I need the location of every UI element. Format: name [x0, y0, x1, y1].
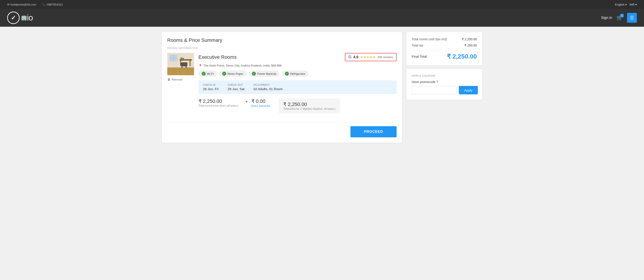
check-icon: ✓	[285, 72, 289, 76]
apply-button[interactable]: Apply	[459, 86, 478, 94]
logo[interactable]: ✓ 🏢 io	[7, 11, 33, 24]
checkout-col: CHECK OUT 29 Jun, Sat	[228, 83, 244, 91]
occupancy-col: OCCUPANCY 02 Adults, 01 Room	[254, 83, 283, 91]
amenity-powerbackup: ✓ Power BackUp	[249, 71, 280, 77]
plus-sign: +	[245, 99, 248, 104]
amenity-newspaper: ✓ News Paper	[219, 71, 246, 77]
amenities: ✓ Wi-Fi ✓ News Paper ✓ Power BackUp ✓ Re…	[198, 71, 396, 77]
trash-icon: 🗑	[167, 78, 170, 81]
page-title: Rooms & Price Summary	[167, 37, 396, 43]
section-label: ROOMS INFORMATION	[167, 47, 396, 49]
check-icon: ✓	[202, 72, 206, 76]
sign-in-link[interactable]: Sign in	[601, 16, 612, 20]
phone-contact: 📞 0987654321	[42, 3, 63, 6]
final-total-row: Final Total ₹ 2,250.00	[412, 53, 477, 60]
top-bar: ✉ hotelprime@htl.com 📞 0987654321 Englis…	[0, 0, 644, 9]
svg-rect-5	[180, 59, 192, 61]
svg-rect-6	[180, 61, 181, 66]
logo-icon: ✓	[7, 11, 20, 24]
svg-rect-8	[181, 62, 188, 66]
google-logo: G	[348, 55, 352, 59]
total-price-box: ₹ 2,250.00 Total price for 1 Night(s) st…	[279, 98, 340, 114]
location-icon: 📍	[198, 64, 202, 67]
email-contact: ✉ hotelprime@htl.com	[7, 3, 36, 6]
svg-rect-12	[182, 58, 183, 59]
rating-box: G 4.9 ★★★★★ 206 reviews	[345, 53, 396, 61]
rating-reviews: 206 reviews	[378, 55, 393, 59]
room-details: Executive Rooms G 4.9 ★★★★★ 206 reviews …	[198, 53, 396, 118]
room-info-row: 🗑 Remove Executive Rooms G 4.9 ★★★★★ 206…	[167, 53, 396, 118]
booking-table: CHECK IN 28 Jun, Fri CHECK OUT 29 Jun, S…	[198, 80, 396, 94]
top-bar-settings: English ▾ INR ▾	[615, 3, 637, 6]
check-icon: ✓	[222, 72, 226, 76]
remove-button[interactable]: 🗑 Remove	[167, 78, 194, 81]
proceed-button[interactable]: PROCEED	[350, 126, 396, 137]
total-tax-row: Total tax ₹ 250.00	[412, 44, 477, 47]
summary-divider	[412, 50, 477, 50]
coupon-label: Have promocode ?	[412, 80, 477, 84]
coupon-title: APPLY COUPON	[412, 74, 477, 77]
price-row: ₹ 2,250.00 Total rooms price (Incl.) all…	[198, 98, 396, 114]
extra-services-link[interactable]: Extra Services	[252, 104, 270, 108]
price-summary-box: Total rooms cost (tax incl) ₹ 2,250.00 T…	[406, 32, 482, 65]
amenity-wifi: ✓ Wi-Fi	[198, 71, 217, 77]
svg-rect-7	[190, 61, 190, 66]
rating-stars: ★★★★★	[360, 55, 376, 59]
total-rooms-row: Total rooms cost (tax incl) ₹ 2,250.00	[412, 37, 477, 41]
room-image	[167, 53, 194, 75]
language-selector[interactable]: English ▾	[615, 3, 627, 6]
logo-text: io	[27, 13, 33, 22]
nav-bar: ✓ 🏢 io Sign in 🛒 1 ☰	[0, 9, 644, 27]
amenity-refrigerator: ✓ Refrigerator	[282, 71, 309, 77]
cart-badge: 1	[620, 13, 624, 17]
cart-button[interactable]: 🛒 1	[616, 15, 622, 21]
currency-selector[interactable]: INR ▾	[630, 3, 637, 6]
room-image-container: 🗑 Remove	[167, 53, 194, 81]
base-price: ₹ 2,250.00 Total rooms price (Incl.) all…	[198, 98, 238, 107]
hotel-address: 📍 The Hotel Prime, Demo City, Andhra Pra…	[198, 64, 396, 67]
room-name-row: Executive Rooms G 4.9 ★★★★★ 206 reviews	[198, 53, 396, 61]
top-bar-contact: ✉ hotelprime@htl.com 📞 0987654321	[7, 3, 63, 6]
room-name: Executive Rooms	[198, 54, 237, 60]
hamburger-button[interactable]: ☰	[627, 13, 637, 23]
extra-services: ₹ 0.00 Extra Services	[252, 98, 270, 108]
coupon-input[interactable]	[412, 86, 456, 94]
svg-rect-13	[183, 58, 184, 59]
checkin-col: CHECK IN 28 Jun, Fri	[203, 83, 219, 91]
proceed-row: PROCEED	[167, 126, 396, 137]
coupon-box: APPLY COUPON Have promocode ? Apply	[406, 69, 482, 100]
nav-right: Sign in 🛒 1 ☰	[601, 13, 637, 23]
right-panel: Total rooms cost (tax incl) ₹ 2,250.00 T…	[406, 32, 482, 143]
logo-building-icon: 🏢	[21, 15, 27, 21]
left-panel: Rooms & Price Summary ROOMS INFORMATION	[162, 32, 402, 143]
rating-number: 4.9	[353, 55, 358, 59]
svg-rect-11	[181, 57, 182, 59]
check-icon: ✓	[252, 72, 256, 76]
coupon-input-row: Apply	[412, 86, 477, 94]
main-content: Rooms & Price Summary ROOMS INFORMATION	[155, 27, 490, 148]
